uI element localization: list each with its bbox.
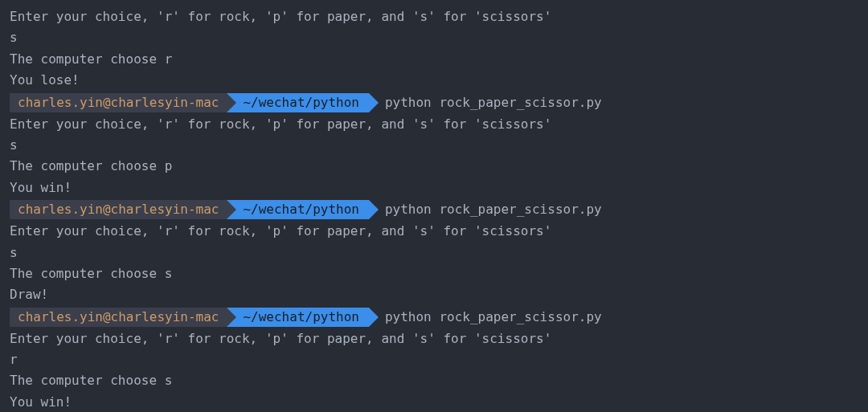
prompt-user-segment: charles.yin@charlesyin-mac bbox=[10, 93, 227, 112]
prompt-command: python rock_paper_scissor.py bbox=[369, 93, 602, 112]
result-text: You lose! bbox=[10, 70, 858, 91]
shell-prompt-line[interactable]: charles.yin@charlesyin-mac~/wechat/pytho… bbox=[10, 92, 858, 113]
user-input: s bbox=[10, 27, 858, 48]
result-text: You win! bbox=[10, 177, 858, 198]
prompt-path-segment: ~/wechat/python bbox=[227, 200, 369, 219]
prompt-path-segment: ~/wechat/python bbox=[227, 308, 369, 327]
terminal-output[interactable]: Enter your choice, 'r' for rock, 'p' for… bbox=[10, 6, 858, 412]
computer-choice: The computer choose s bbox=[10, 263, 858, 284]
prompt-user-segment: charles.yin@charlesyin-mac bbox=[10, 308, 227, 327]
result-text: You win! bbox=[10, 392, 858, 412]
prompt-command: python rock_paper_scissor.py bbox=[369, 200, 602, 219]
result-text: Draw! bbox=[10, 284, 858, 305]
program-prompt-text: Enter your choice, 'r' for rock, 'p' for… bbox=[10, 6, 858, 27]
computer-choice: The computer choose p bbox=[10, 156, 858, 177]
prompt-command: python rock_paper_scissor.py bbox=[369, 308, 602, 327]
computer-choice: The computer choose s bbox=[10, 370, 858, 391]
shell-prompt-line[interactable]: charles.yin@charlesyin-mac~/wechat/pytho… bbox=[10, 199, 858, 220]
user-input: r bbox=[10, 349, 858, 370]
shell-prompt-line[interactable]: charles.yin@charlesyin-mac~/wechat/pytho… bbox=[10, 307, 858, 328]
prompt-path-segment: ~/wechat/python bbox=[227, 93, 369, 112]
user-input: s bbox=[10, 243, 858, 263]
program-prompt-text: Enter your choice, 'r' for rock, 'p' for… bbox=[10, 221, 858, 242]
user-input: s bbox=[10, 135, 858, 156]
program-prompt-text: Enter your choice, 'r' for rock, 'p' for… bbox=[10, 114, 858, 135]
computer-choice: The computer choose r bbox=[10, 49, 858, 70]
program-prompt-text: Enter your choice, 'r' for rock, 'p' for… bbox=[10, 328, 858, 349]
prompt-user-segment: charles.yin@charlesyin-mac bbox=[10, 200, 227, 219]
